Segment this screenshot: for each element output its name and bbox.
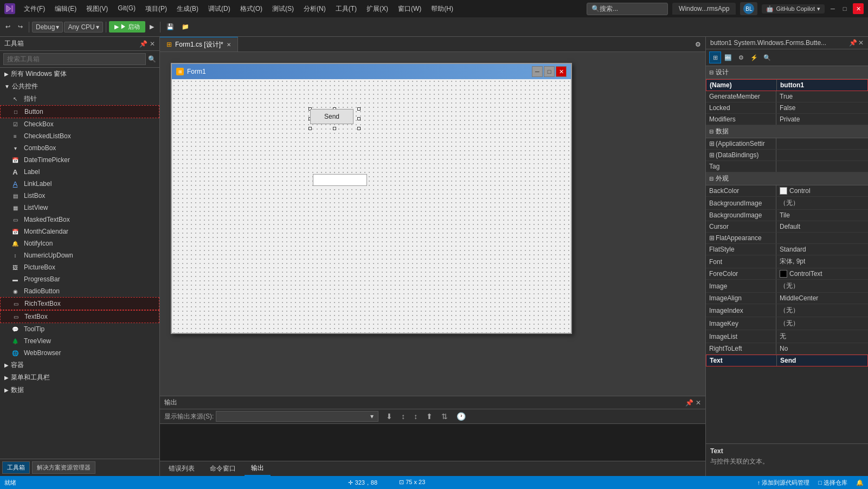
tool-webbrowser[interactable]: 🌐 WebBrowser [0, 347, 159, 359]
menu-view[interactable]: 视图(V) [82, 3, 112, 15]
handle-bl[interactable] [308, 127, 312, 130]
prop-databindings-value[interactable] [776, 150, 868, 160]
prop-flatstyle-value[interactable]: Standard [776, 244, 868, 255]
toolbar-extra[interactable]: 📁 [178, 22, 192, 32]
prop-appsettings-value[interactable] [776, 138, 868, 149]
form-minimize-button[interactable]: ─ [532, 66, 543, 77]
props-properties-button[interactable]: ⚙ [735, 52, 747, 63]
prop-name-value[interactable]: button1 [777, 80, 867, 91]
designer-canvas[interactable]: ⊞ Form1 ─ □ ✕ [160, 52, 705, 396]
props-events-button[interactable]: ⚡ [748, 52, 760, 63]
toolbar-run-button[interactable]: ▶ [146, 22, 157, 32]
menu-git[interactable]: Git(G) [113, 3, 140, 15]
prop-righttoleft-value[interactable]: No [776, 343, 868, 354]
section-all-windows[interactable]: ▶ 所有 Windows 窗体 [0, 68, 159, 80]
prop-imagealign-value[interactable]: MiddleCenter [776, 293, 868, 304]
section-appearance-header[interactable]: ⊟ 外观 [706, 172, 868, 185]
tool-textbox[interactable]: ▭ TextBox [0, 310, 159, 323]
toolbox-controls[interactable]: 📌 ✕ [139, 40, 155, 48]
textbox-control[interactable] [313, 174, 367, 186]
props-category-button[interactable]: ⊞ [709, 52, 721, 63]
tool-treeview[interactable]: 🌲 TreeView [0, 335, 159, 347]
section-common-controls[interactable]: ▼ 公共控件 [0, 80, 159, 93]
props-alpha-button[interactable]: 🔤 [722, 52, 734, 63]
prop-image-value[interactable]: （无） [776, 280, 868, 292]
close-toolbox-button[interactable]: ✕ [150, 40, 155, 48]
output-btn-2[interactable]: ↕ [398, 411, 408, 422]
prop-text-value[interactable]: Send [777, 355, 867, 366]
global-search[interactable]: 🔍 搜索... [587, 3, 668, 15]
button-control[interactable]: Send [310, 109, 353, 124]
tool-notifyicon[interactable]: 🔔 NotifyIcon [0, 237, 159, 249]
debug-config-dropdown[interactable]: Debug ▾ [32, 22, 63, 33]
tool-maskedtextbox[interactable]: ▭ MaskedTextBox [0, 214, 159, 226]
handle-tr[interactable] [357, 107, 361, 111]
prop-imagelist-value[interactable]: 无 [776, 330, 868, 343]
menu-debug[interactable]: 调试(D) [204, 3, 235, 15]
menu-test[interactable]: 测试(S) [268, 3, 298, 15]
maximize-button[interactable]: □ [841, 5, 848, 12]
tool-label[interactable]: A Label [0, 166, 159, 178]
menu-build[interactable]: 生成(B) [172, 3, 203, 15]
user-avatar[interactable]: BL [743, 3, 754, 14]
output-btn-4[interactable]: ⬆ [423, 411, 436, 422]
close-props-button[interactable]: ✕ [858, 39, 864, 47]
tool-monthcalendar[interactable]: 📅 MonthCalendar [0, 226, 159, 237]
handle-mr[interactable] [357, 117, 361, 120]
menu-file[interactable]: 文件(F) [20, 3, 49, 15]
output-btn-5[interactable]: ⇅ [438, 411, 451, 422]
form-maximize-button[interactable]: □ [544, 66, 555, 77]
menu-edit[interactable]: 编辑(E) [50, 3, 81, 15]
menu-analyze[interactable]: 分析(N) [299, 3, 330, 15]
prop-locked-value[interactable]: False [776, 102, 868, 113]
form-body[interactable]: Send [172, 79, 571, 333]
menu-window[interactable]: 窗口(W) [394, 3, 426, 15]
tool-datetimepicker[interactable]: 📅 DateTimePicker [0, 154, 159, 166]
section-data-header[interactable]: ⊟ 数据 [706, 125, 868, 138]
toolbox-search-bar[interactable]: 🔍 [0, 51, 159, 68]
menu-tools[interactable]: 工具(T) [331, 3, 361, 15]
copilot-button[interactable]: 🤖 GitHub Copilot ▾ [762, 4, 825, 14]
command-tab[interactable]: 命令窗口 [203, 462, 242, 475]
toolbox-tab[interactable]: 工具箱 [2, 461, 30, 474]
menu-extensions[interactable]: 扩展(X) [362, 3, 393, 15]
close-tab-button[interactable]: ✕ [227, 42, 231, 48]
close-button[interactable]: ✕ [853, 3, 864, 14]
tool-linklabel[interactable]: A LinkLabel [0, 178, 159, 190]
pin-props-button[interactable]: 📌 [849, 39, 857, 47]
menu-format[interactable]: 格式(O) [236, 3, 267, 15]
undo-button[interactable]: ↩ [2, 22, 14, 32]
prop-bgimagelayout-value[interactable]: Tile [776, 210, 868, 221]
solution-explorer-tab[interactable]: 解决方案资源管理器 [32, 461, 95, 474]
pin-icon[interactable]: 📌 [139, 40, 147, 48]
platform-dropdown[interactable]: Any CPU ▾ [64, 22, 102, 33]
prop-generatemember-value[interactable]: True [776, 91, 868, 102]
pin-output-button[interactable]: 📌 [685, 399, 693, 407]
scroll-h[interactable] [160, 388, 698, 396]
output-btn-3[interactable]: ↕ [410, 411, 421, 422]
menu-help[interactable]: 帮助(H) [427, 3, 458, 15]
designer-tab[interactable]: ⊞ Form1.cs [设计]* ✕ [160, 37, 238, 52]
tool-progressbar[interactable]: ▬ ProgressBar [0, 273, 159, 285]
repo-selector-button[interactable]: □ 选择仓库 [818, 479, 847, 487]
menu-project[interactable]: 项目(P) [141, 3, 171, 15]
prop-modifiers-value[interactable]: Private [776, 114, 868, 125]
output-header-controls[interactable]: 📌 ✕ [685, 399, 701, 407]
start-button[interactable]: ▶ ▶ 启动 [109, 21, 145, 33]
tool-button[interactable]: □ Button [0, 105, 159, 118]
tool-checkedlistbox[interactable]: ≡ CheckedListBox [0, 130, 159, 142]
tool-numericupdown[interactable]: ↕ NumericUpDown [0, 249, 159, 261]
form-close-button[interactable]: ✕ [556, 66, 567, 77]
tool-listbox[interactable]: ▤ ListBox [0, 190, 159, 202]
prop-flatappearance-value[interactable] [776, 233, 868, 243]
section-menus[interactable]: ▶ 菜单和工具栏 [0, 371, 159, 384]
prop-cursor-value[interactable]: Default [776, 221, 868, 232]
tool-richtextbox[interactable]: ▭ RichTextBox [0, 297, 159, 310]
notification-button[interactable]: 🔔 [856, 479, 864, 486]
tool-checkbox[interactable]: ☑ CheckBox [0, 118, 159, 130]
handle-br[interactable] [357, 127, 361, 130]
output-source-dropdown[interactable]: ▾ [216, 411, 378, 422]
tool-combobox[interactable]: ▾ ComboBox [0, 142, 159, 154]
toolbox-search-input[interactable] [3, 53, 146, 65]
errors-tab[interactable]: 错误列表 [162, 462, 201, 475]
